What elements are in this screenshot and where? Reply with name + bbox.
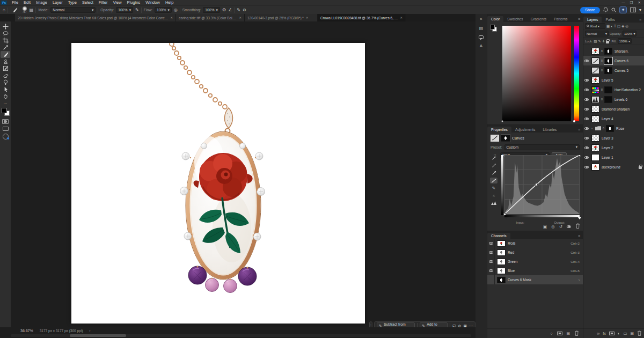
horizontal-scrollbar[interactable] <box>11 334 471 337</box>
minimize-button[interactable]: — <box>621 1 625 5</box>
pressure-size-icon[interactable]: ✎ <box>237 8 240 13</box>
blend-mode-select[interactable]: Normal ▾ <box>585 31 609 36</box>
edit-points-icon[interactable] <box>490 178 497 183</box>
zoom-level[interactable]: 36.67% <box>20 329 33 333</box>
layer-mask-thumbnail[interactable] <box>604 96 612 103</box>
add-layer-mask-icon[interactable] <box>609 332 614 335</box>
visibility-toggle[interactable] <box>583 152 590 162</box>
discover-icon[interactable] <box>3 134 9 139</box>
tab-paths[interactable]: Paths <box>602 17 618 23</box>
info-panel-icon[interactable]: ▤ <box>479 26 484 31</box>
filter-type-layers-icon[interactable]: T <box>614 24 616 28</box>
histogram-clip-icon[interactable] <box>490 200 497 206</box>
pressure-opacity-icon[interactable]: ✎ <box>135 8 139 13</box>
document-tab-active[interactable]: Crowa LL019C0028488.tif @ 36.7% (Curves … <box>318 14 406 21</box>
smoothing-options-gear-icon[interactable]: ⚙ <box>222 8 226 13</box>
tab-color[interactable]: Color <box>487 16 503 22</box>
layer-row-sharpen[interactable]: 8 Sharpen. <box>583 46 644 56</box>
smoothing-select[interactable]: 100% ▾ <box>203 7 220 13</box>
black-point-eyedropper-icon[interactable] <box>490 155 497 161</box>
new-channel-icon[interactable]: ⊞ <box>567 331 570 336</box>
group-folder-icon[interactable] <box>595 126 601 131</box>
symmetry-icon[interactable]: ⊘ <box>243 8 246 13</box>
layer-thumbnail[interactable] <box>591 86 599 93</box>
clone-stamp-tool[interactable] <box>1 58 10 65</box>
layer-thumbnail[interactable] <box>591 77 599 84</box>
white-point-eyedropper-icon[interactable] <box>490 170 497 176</box>
layer-opacity-select[interactable]: 100% ▾ <box>623 31 636 36</box>
workspace-layout-icon[interactable] <box>630 8 636 13</box>
layer-row-huesaturation2[interactable]: 8 Hue/Saturation 2 <box>583 85 644 94</box>
lock-pixels-icon[interactable]: ✎ <box>598 39 601 43</box>
close-icon[interactable]: ✕ <box>170 16 173 19</box>
search-icon[interactable] <box>611 8 616 13</box>
layer-row-curves6-selected[interactable]: 8 Curves 6 <box>583 56 644 65</box>
layer-effects-icon[interactable]: fx <box>603 331 606 336</box>
hue-slider-marker[interactable] <box>573 120 575 122</box>
visibility-toggle[interactable] <box>583 123 590 133</box>
menu-select[interactable]: Select <box>79 0 96 5</box>
channel-row-rgb[interactable]: RGB Ctrl+2 <box>487 239 583 248</box>
layer-mask-thumbnail[interactable] <box>604 48 612 55</box>
layer-mask-thumbnail[interactable] <box>606 125 614 132</box>
canvas-area[interactable]: ⋮ ✎ Subtract from mask ✎ Add to mask ◱ ⊘… <box>11 21 475 327</box>
notifications-bell-icon[interactable] <box>603 7 608 13</box>
new-group-icon[interactable]: ▭ <box>624 331 627 336</box>
airbrush-icon[interactable]: ◎ <box>174 8 178 13</box>
document-image[interactable] <box>71 43 365 324</box>
hand-tool[interactable] <box>1 93 10 100</box>
visibility-toggle[interactable] <box>583 143 590 152</box>
visibility-toggle[interactable] <box>583 133 590 143</box>
lock-transparency-icon[interactable]: ▨ <box>594 39 597 43</box>
layer-thumbnail[interactable] <box>591 57 599 64</box>
layer-row-layer1[interactable]: Layer 1 <box>583 152 644 162</box>
foreground-color-swatch[interactable] <box>490 25 495 30</box>
menu-type[interactable]: Type <box>65 0 79 5</box>
delete-layer-icon[interactable] <box>637 330 642 337</box>
visibility-eye-icon[interactable] <box>567 225 571 228</box>
visibility-toggle[interactable] <box>583 46 590 56</box>
filter-adjustment-layers-icon[interactable]: ◐ <box>611 24 613 28</box>
lock-position-icon[interactable]: ✛ <box>602 39 605 43</box>
path-selection-tool[interactable] <box>1 86 10 93</box>
tab-layers[interactable]: Layers <box>583 17 602 23</box>
brush-panel-toggle-icon[interactable]: ▤ <box>30 8 34 13</box>
close-icon[interactable]: ✕ <box>239 16 241 19</box>
color-field-marker[interactable] <box>501 120 503 122</box>
document-tab[interactable]: earing side.tiff @ 33.3% (Color Balance … <box>176 14 245 21</box>
filter-shape-layers-icon[interactable]: ▢ <box>617 24 620 28</box>
document-tab[interactable]: 120-00140-3.psd @ 25% (RGB/8*) * ✕ <box>245 14 318 21</box>
layer-mask-thumbnail[interactable] <box>604 86 612 93</box>
adjustment-layer-icon[interactable]: ◐ <box>618 331 620 336</box>
visibility-toggle[interactable] <box>583 162 590 172</box>
move-tool[interactable] <box>1 23 10 30</box>
visibility-toggle[interactable] <box>583 65 590 75</box>
document-tab[interactable]: 20 Hidden Jewelry Photo Editing Mistakes… <box>15 14 176 21</box>
hue-slider[interactable] <box>574 26 579 121</box>
filter-kind-select[interactable]: Kind ▾ <box>585 23 605 29</box>
group-expander-icon[interactable]: › <box>591 127 594 130</box>
visibility-toggle[interactable] <box>583 75 590 85</box>
visibility-toggle[interactable] <box>487 248 495 257</box>
layer-row-layer3[interactable]: Layer 3 <box>583 133 644 143</box>
brush-size-preview[interactable]: 757 <box>23 6 27 13</box>
load-selection-icon[interactable]: ○ <box>550 331 553 336</box>
menu-file[interactable]: File <box>9 0 21 5</box>
tab-adjustments[interactable]: Adjustments <box>511 127 539 133</box>
layer-thumbnail[interactable] <box>591 164 599 171</box>
restore-button[interactable]: ❐ <box>630 1 633 5</box>
opacity-select[interactable]: 100% ▾ <box>116 7 133 13</box>
layer-mask-thumbnail[interactable] <box>604 67 612 74</box>
blend-mode-select[interactable]: Normal ▾ <box>50 7 96 13</box>
close-icon[interactable]: ✕ <box>400 16 402 19</box>
smooth-curve-icon[interactable]: ≈ <box>490 193 497 199</box>
flow-select[interactable]: 100% ▾ <box>155 7 172 13</box>
brush-preset-icon[interactable] <box>10 6 20 13</box>
eyedropper-tool[interactable] <box>1 44 10 51</box>
fill-select[interactable]: 100% ▾ <box>618 38 632 44</box>
generative-ai-icon[interactable]: ✦ <box>619 6 627 13</box>
layer-thumbnail[interactable] <box>591 67 599 74</box>
tab-libraries[interactable]: Libraries <box>539 127 560 133</box>
scrollbar-thumb[interactable] <box>70 334 126 337</box>
draw-curve-pencil-icon[interactable]: ✎ <box>490 185 497 191</box>
